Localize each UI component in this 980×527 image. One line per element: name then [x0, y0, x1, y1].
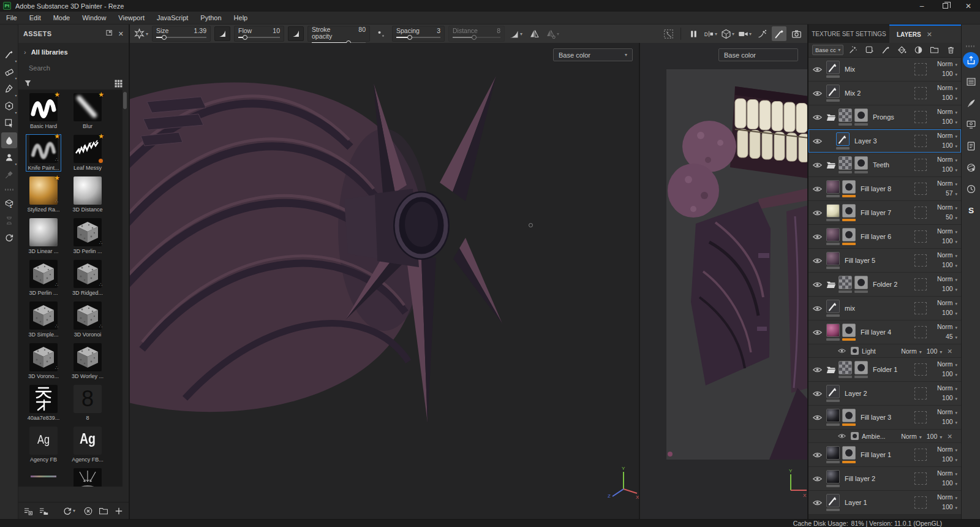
- layer-opacity[interactable]: 100 ▾: [942, 502, 957, 512]
- layer-mask-thumbnail[interactable]: [842, 409, 856, 422]
- viewport-2d[interactable]: Base color Y X: [640, 43, 809, 519]
- layer-opacity[interactable]: 100 ▾: [942, 308, 957, 318]
- layer-row-fill-layer-2[interactable]: Fill layer 2Norm ▾100 ▾: [809, 467, 961, 491]
- asset-agency-fb-[interactable]: AgAgency FB...: [70, 427, 105, 463]
- layer-row-fill-layer-4[interactable]: Fill layer 4Norm ▾45 ▾: [809, 320, 961, 344]
- layer-row-folder-1[interactable]: Folder 1Norm ▾100 ▾: [809, 358, 961, 382]
- visibility-eye-icon[interactable]: [813, 329, 826, 336]
- layer-mask-thumbnail[interactable]: [842, 180, 856, 194]
- layer-blend-mode[interactable]: Norm ▾: [937, 445, 957, 455]
- quill-icon[interactable]: [963, 95, 979, 111]
- notes-icon[interactable]: [963, 138, 979, 154]
- layer-thumbnail[interactable]: [826, 252, 840, 265]
- visibility-eye-icon[interactable]: [838, 348, 848, 354]
- add-asset-icon[interactable]: [114, 506, 124, 516]
- visibility-eye-icon[interactable]: [813, 452, 826, 458]
- layer-anchor-slot[interactable]: [914, 254, 927, 267]
- layer-effect-ambie-[interactable]: Ambie...Norm ▾100 ▾✕: [809, 430, 961, 443]
- menu-mode[interactable]: Mode: [47, 14, 77, 21]
- slider-track[interactable]: [156, 35, 206, 39]
- tab-texture-set-settings[interactable]: TEXTURE SET SETTINGS: [809, 25, 889, 43]
- layer-blend-mode[interactable]: Norm ▾: [937, 275, 957, 284]
- asset-3d-distance[interactable]: 3D Distance: [70, 176, 105, 213]
- visibility-eye-icon[interactable]: [813, 233, 826, 240]
- visibility-eye-icon[interactable]: [813, 281, 826, 288]
- layer-anchor-slot[interactable]: [914, 411, 927, 423]
- layer-row-mix[interactable]: mixNorm ▾100 ▾: [809, 297, 961, 320]
- 3d-view-icon[interactable]: ▾: [720, 26, 735, 41]
- remove-effect-icon[interactable]: ✕: [947, 433, 952, 440]
- layer-blend-mode[interactable]: Norm ▾: [937, 298, 957, 308]
- layer-opacity[interactable]: 100 ▾: [942, 93, 957, 103]
- blend-channel-select[interactable]: Base cc▾: [812, 45, 843, 55]
- grid-view-icon[interactable]: [114, 79, 123, 89]
- dock-panel-icon[interactable]: [105, 28, 113, 39]
- smart-material-icon[interactable]: [863, 44, 876, 56]
- filter-icon[interactable]: [24, 79, 33, 89]
- visibility-eye-icon[interactable]: [813, 66, 826, 73]
- tab-close-icon[interactable]: ✕: [927, 31, 932, 39]
- close-button[interactable]: ✕: [957, 0, 980, 12]
- layer-opacity[interactable]: 100 ▾: [942, 393, 957, 403]
- layer-thumbnail[interactable]: [826, 324, 840, 337]
- asset-basic-hard[interactable]: Basic Hard★: [26, 93, 61, 129]
- asset-8[interactable]: 88: [70, 385, 105, 421]
- library-breadcrumb[interactable]: › All libraries: [18, 44, 129, 60]
- slider-knob[interactable]: [243, 35, 247, 40]
- layer-row-fill-layer-6[interactable]: Fill layer 6Norm ▾100 ▾: [809, 225, 961, 249]
- layer-blend-mode[interactable]: Norm ▾: [937, 131, 957, 141]
- layer-blend-mode[interactable]: Norm ▾: [937, 384, 957, 393]
- layer-thumbnail[interactable]: [826, 470, 840, 483]
- layer-thumbnail[interactable]: [826, 385, 840, 398]
- sync-icon[interactable]: [62, 506, 72, 516]
- asset-40aa7e839-[interactable]: 40aa7e839...: [26, 385, 61, 421]
- layers-list-icon[interactable]: [963, 74, 979, 89]
- menu-help[interactable]: Help: [228, 14, 254, 21]
- layer-row-mix-2[interactable]: Mix 2Norm ▾100 ▾: [809, 82, 961, 105]
- slider-knob[interactable]: [407, 35, 412, 40]
- share-icon[interactable]: [963, 52, 979, 68]
- visibility-eye-icon[interactable]: [813, 476, 826, 482]
- layer-anchor-slot[interactable]: [914, 87, 927, 99]
- layer-anchor-slot[interactable]: [914, 135, 927, 147]
- symmetry-icon[interactable]: [527, 26, 541, 41]
- visibility-eye-icon[interactable]: [838, 433, 848, 439]
- asset-stylized-ra-[interactable]: Stylized Ra...★∴: [26, 176, 61, 213]
- layer-row-layer-3[interactable]: Layer 3Norm ▾100 ▾: [809, 129, 961, 153]
- layer-anchor-slot[interactable]: [914, 449, 927, 461]
- menu-viewport[interactable]: Viewport: [112, 14, 151, 21]
- layer-effect-light[interactable]: LightNorm ▾100 ▾✕: [809, 344, 961, 358]
- pause-engine-icon[interactable]: [686, 26, 701, 41]
- resources-updater[interactable]: [1, 230, 17, 246]
- paint-layer-icon[interactable]: [879, 44, 892, 56]
- layer-thumbnail[interactable]: [839, 276, 852, 289]
- clear-icon[interactable]: [83, 506, 93, 516]
- slider-distance[interactable]: Distance8: [448, 26, 505, 42]
- layer-blend-mode[interactable]: Norm ▾: [937, 83, 957, 93]
- display-mode-icon[interactable]: D▾: [703, 26, 718, 41]
- layer-anchor-slot[interactable]: [914, 363, 927, 376]
- layer-row-teeth[interactable]: TeethNorm ▾100 ▾: [809, 153, 961, 177]
- layer-mask-thumbnail[interactable]: [842, 228, 856, 241]
- layer-mask-thumbnail[interactable]: [842, 324, 856, 337]
- smudge-tool[interactable]: [1, 132, 17, 148]
- layer-thumbnail[interactable]: [826, 180, 840, 194]
- asset-3d-simple-[interactable]: 3D Simple...∴: [26, 301, 61, 338]
- layer-opacity[interactable]: 100 ▾: [942, 479, 957, 488]
- layer-opacity[interactable]: 100 ▾: [942, 417, 957, 427]
- lazy-mouse-icon[interactable]: [661, 26, 676, 41]
- layer-blend-mode[interactable]: Norm ▾: [937, 408, 957, 417]
- close-panel-icon[interactable]: ✕: [118, 30, 124, 38]
- paint-mode-icon[interactable]: [772, 26, 786, 41]
- layer-blend-mode[interactable]: Norm ▾: [937, 360, 957, 370]
- layer-blend-mode[interactable]: Norm ▾: [937, 251, 957, 260]
- slider-knob[interactable]: [472, 35, 477, 40]
- polygon-fill-tool[interactable]: ▾: [1, 98, 17, 114]
- display-settings-icon[interactable]: [963, 116, 979, 132]
- visibility-eye-icon[interactable]: [813, 138, 826, 145]
- visibility-eye-icon[interactable]: [813, 210, 826, 216]
- snapshot-icon[interactable]: [789, 26, 804, 41]
- new-folder-icon[interactable]: [99, 506, 108, 516]
- import-template-icon[interactable]: [23, 506, 33, 516]
- smart-material-tool[interactable]: 1: [1, 195, 17, 211]
